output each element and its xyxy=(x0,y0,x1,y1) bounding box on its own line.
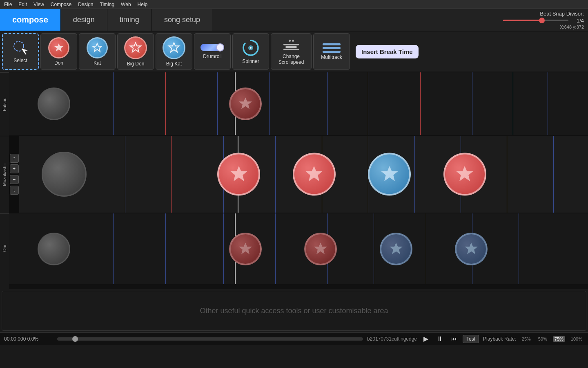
menu-web[interactable]: Web xyxy=(121,2,131,7)
tool-drumroll-label: Drumroll xyxy=(203,54,221,59)
muz-minus-btn[interactable]: − xyxy=(10,175,19,184)
muzukashii-start-circle xyxy=(42,152,87,197)
track-futsuu xyxy=(9,72,588,136)
muz-up-btn[interactable]: ↑ xyxy=(10,154,19,163)
tab-compose[interactable]: compose xyxy=(0,9,60,31)
menu-compose[interactable]: Compose xyxy=(51,2,71,7)
tool-select-label: Select xyxy=(13,58,27,63)
tool-scrollspeed-label: ChangeScrollspeed xyxy=(278,54,304,65)
coord-display: X:648 y:372 xyxy=(560,25,584,29)
muzukashii-note-4[interactable] xyxy=(443,153,486,196)
oni-note-4[interactable] xyxy=(455,233,488,265)
oni-note-1[interactable] xyxy=(229,233,262,265)
muzukashii-note-3[interactable] xyxy=(368,153,411,196)
tool-big-don-label: Big Don xyxy=(127,61,145,67)
menu-help[interactable]: Help xyxy=(138,2,148,7)
futsuu-start-circle xyxy=(38,88,70,120)
menu-view[interactable]: View xyxy=(33,2,44,7)
tool-don[interactable]: Don xyxy=(40,33,77,70)
tools-row: Select Don Kat Big Don xyxy=(0,31,588,72)
muz-plus-btn[interactable]: + xyxy=(10,164,19,173)
svg-marker-3 xyxy=(54,43,63,52)
svg-marker-9 xyxy=(239,97,252,109)
insert-break-button[interactable]: Insert Break Time xyxy=(356,45,419,58)
menu-timing[interactable]: Timing xyxy=(100,2,115,7)
tab-timing[interactable]: timing xyxy=(107,9,151,31)
beat-snap-container: 1/4 xyxy=(503,18,584,24)
menu-design[interactable]: Design xyxy=(78,2,93,7)
tool-big-don[interactable]: Big Don xyxy=(117,33,154,70)
big-don-circle xyxy=(124,36,147,59)
track-label-oni: Oni xyxy=(0,213,9,283)
tool-big-kat[interactable]: Big Kat xyxy=(156,33,192,70)
svg-marker-6 xyxy=(169,43,179,52)
transport-bar: 00:00:000 0,0% b20170731cuttingedge ▶ ⏸ … xyxy=(0,332,588,345)
svg-marker-12 xyxy=(381,166,398,181)
beat-snap-value: 1/4 xyxy=(572,18,584,24)
futsuu-note-1[interactable] xyxy=(229,88,262,120)
svg-marker-10 xyxy=(231,166,247,181)
drumroll-icon xyxy=(200,44,224,52)
playback-rate-label: Playback Rate: xyxy=(483,336,516,342)
track-muzukashii: ↑ + − ↓ xyxy=(9,136,588,213)
quick-access-label: Other useful quick access tools or user … xyxy=(200,307,388,315)
oni-start-circle xyxy=(38,233,70,265)
test-button[interactable]: Test xyxy=(463,335,479,343)
top-right-controls: Beat Snap Divisor: 1/4 X:648 y:372 xyxy=(503,9,588,31)
svg-marker-17 xyxy=(465,242,477,254)
tool-spinner[interactable]: Spinner xyxy=(232,33,269,70)
select-cursor-icon xyxy=(12,40,29,56)
svg-marker-13 xyxy=(457,166,473,181)
tool-kat-label: Kat xyxy=(94,60,101,66)
oni-note-2[interactable] xyxy=(304,233,337,265)
timeline-thumb[interactable] xyxy=(72,336,78,342)
spinner-icon xyxy=(242,39,260,57)
stop-button[interactable]: ⏮ xyxy=(449,334,459,344)
editor-area: Futsuu Muzukashii Oni xyxy=(0,72,588,289)
tab-song-setup[interactable]: song setup xyxy=(151,9,212,31)
track-oni xyxy=(9,213,588,285)
muz-down-btn[interactable]: ↓ xyxy=(10,186,19,195)
svg-marker-4 xyxy=(93,43,102,52)
rate-25-button[interactable]: 25% xyxy=(520,336,532,342)
muzukashii-controls: ↑ + − ↓ xyxy=(9,136,19,213)
tool-change-scrollspeed[interactable]: ChangeScrollspeed xyxy=(271,33,312,70)
tool-kat[interactable]: Kat xyxy=(79,33,116,70)
tool-big-kat-label: Big Kat xyxy=(166,61,182,67)
tab-design[interactable]: design xyxy=(60,9,107,31)
svg-point-8 xyxy=(250,47,252,49)
song-name: b20170731cuttingedge xyxy=(367,336,417,342)
tracks-container: ↑ + − ↓ xyxy=(9,72,588,289)
tool-drumroll[interactable]: Drumroll xyxy=(194,33,231,70)
svg-marker-11 xyxy=(306,166,323,181)
beat-snap-label: Beat Snap Divisor: xyxy=(540,11,584,17)
tool-multitrack-label: Multitrack xyxy=(321,54,342,60)
scrollspeed-icon xyxy=(282,38,301,52)
don-circle xyxy=(48,37,69,58)
big-kat-circle xyxy=(163,36,185,59)
top-toolbar: compose design timing song setup Beat Sn… xyxy=(0,9,588,31)
multitrack-icon xyxy=(323,43,341,53)
track-label-muzukashii: Muzukashii xyxy=(0,136,9,213)
tool-select[interactable]: Select xyxy=(2,33,39,70)
pause-button[interactable]: ⏸ xyxy=(435,334,445,344)
rate-100-button[interactable]: 100% xyxy=(569,336,584,342)
quick-access-area: Other useful quick access tools or user … xyxy=(2,291,586,331)
svg-marker-14 xyxy=(239,242,252,254)
tool-multitrack[interactable]: Multitrack xyxy=(313,33,350,70)
menu-file[interactable]: File xyxy=(4,2,12,7)
beat-snap-slider[interactable] xyxy=(503,20,568,21)
track-labels: Futsuu Muzukashii Oni xyxy=(0,72,9,289)
svg-marker-16 xyxy=(390,242,402,254)
tool-spinner-label: Spinner xyxy=(242,58,259,64)
timeline-progress[interactable] xyxy=(57,337,363,341)
muzukashii-note-2[interactable] xyxy=(293,153,336,196)
svg-marker-15 xyxy=(314,242,327,254)
oni-note-3[interactable] xyxy=(380,233,412,265)
play-button[interactable]: ▶ xyxy=(421,334,431,344)
muzukashii-note-1[interactable] xyxy=(217,153,260,196)
time-display: 00:00:000 0,0% xyxy=(4,336,53,342)
rate-50-button[interactable]: 50% xyxy=(537,336,549,342)
menu-edit[interactable]: Edit xyxy=(18,2,27,7)
rate-75-button[interactable]: 75% xyxy=(553,336,565,342)
